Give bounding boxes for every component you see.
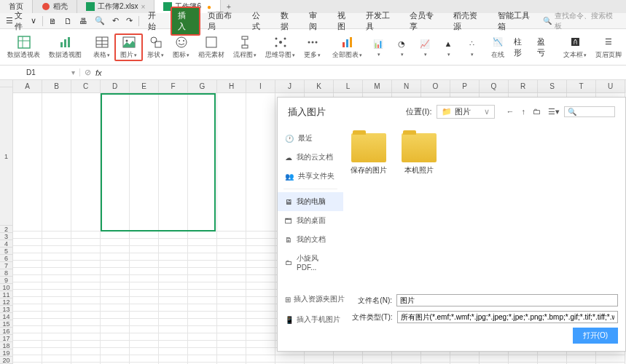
cell[interactable] — [275, 355, 305, 363]
row-header[interactable]: 14 — [0, 313, 13, 320]
cell[interactable] — [188, 290, 217, 297]
cell[interactable] — [159, 355, 188, 363]
cell[interactable] — [246, 232, 275, 239]
insert-resource-pic[interactable]: ⊞插入资源夹图片 — [285, 294, 345, 304]
cell[interactable] — [101, 341, 130, 348]
cell[interactable] — [101, 268, 130, 275]
sb-pdf[interactable]: 🗀小旋风PDF... — [278, 249, 343, 276]
cell[interactable] — [130, 304, 159, 312]
cell[interactable] — [159, 246, 188, 253]
col-header[interactable]: K — [305, 80, 334, 93]
cell[interactable] — [13, 355, 42, 363]
cell[interactable] — [538, 355, 567, 363]
filename-input[interactable] — [396, 294, 618, 306]
qa-print[interactable]: 🖶 — [77, 15, 90, 27]
ribbon-spark-col[interactable]: 柱形 — [509, 40, 533, 55]
ribbon-shape[interactable]: 形状▾ — [143, 35, 168, 60]
cell[interactable] — [246, 261, 275, 268]
col-header[interactable]: H — [217, 80, 246, 93]
qa-new[interactable]: 🗋 — [61, 15, 75, 27]
cell[interactable] — [71, 275, 101, 282]
cell[interactable] — [246, 93, 275, 232]
cell[interactable] — [334, 355, 363, 363]
ribbon-chart-line[interactable]: 📈▾ — [413, 36, 437, 58]
row-header[interactable]: 15 — [0, 320, 13, 328]
cell[interactable] — [217, 304, 246, 312]
cell[interactable] — [188, 333, 217, 341]
cell[interactable] — [101, 304, 130, 312]
cell[interactable] — [217, 93, 246, 232]
cell[interactable] — [42, 239, 71, 246]
row-header[interactable]: 17 — [0, 335, 13, 342]
ribbon-chart-scatter[interactable]: ∴▾ — [460, 36, 483, 58]
row-header[interactable]: 7 — [0, 262, 13, 269]
ribbon-pivot-chart[interactable]: 数据透视图 — [44, 35, 86, 60]
cell[interactable] — [71, 326, 101, 333]
sb-desktop[interactable]: 🗔我的桌面 — [278, 211, 343, 230]
cell[interactable] — [130, 355, 159, 363]
cell[interactable] — [217, 268, 246, 275]
cell[interactable] — [159, 348, 188, 355]
fx-cancel[interactable]: ⊘ — [85, 68, 91, 77]
ribbon-mindmap[interactable]: 思维导图▾ — [261, 35, 300, 60]
cell[interactable] — [596, 355, 625, 363]
cell[interactable] — [188, 275, 217, 282]
cell[interactable] — [42, 282, 71, 290]
sb-recent[interactable]: 🕐最近 — [278, 129, 343, 148]
col-header[interactable]: U — [596, 80, 625, 93]
cell[interactable] — [42, 246, 71, 253]
cell[interactable] — [246, 290, 275, 297]
cell[interactable] — [101, 239, 130, 246]
ribbon-picture[interactable]: 图片▾ — [114, 33, 143, 61]
cell[interactable] — [130, 93, 159, 232]
cell[interactable] — [13, 261, 42, 268]
col-header[interactable]: E — [130, 80, 159, 93]
cell[interactable] — [13, 275, 42, 282]
cell[interactable] — [217, 290, 246, 297]
cell[interactable] — [42, 297, 71, 304]
cell[interactable] — [159, 333, 188, 341]
menu-formula[interactable]: 公式 — [246, 8, 273, 34]
cell[interactable] — [159, 261, 188, 268]
col-header[interactable]: R — [509, 80, 538, 93]
ribbon-chart-bar[interactable]: 📊▾ — [367, 36, 390, 58]
cell[interactable] — [13, 232, 42, 239]
cell[interactable] — [42, 93, 71, 232]
cell[interactable] — [13, 304, 42, 312]
cell[interactable] — [101, 246, 130, 253]
cell[interactable] — [130, 312, 159, 319]
cell[interactable] — [217, 333, 246, 341]
row-header[interactable]: 10 — [0, 284, 13, 291]
cell[interactable] — [130, 239, 159, 246]
cell[interactable] — [101, 232, 130, 239]
formula-bar[interactable] — [106, 67, 622, 78]
filetype-input[interactable] — [397, 311, 618, 323]
row-header[interactable]: 20 — [0, 357, 13, 364]
qa-preview[interactable]: 🔍 — [92, 15, 108, 27]
cell[interactable] — [13, 239, 42, 246]
ribbon-more[interactable]: 更多▾ — [300, 35, 325, 60]
cell[interactable] — [217, 355, 246, 363]
cell[interactable] — [101, 333, 130, 341]
ribbon-pivot-table[interactable]: 数据透视表 — [3, 35, 44, 60]
cell[interactable] — [217, 275, 246, 282]
row-header[interactable]: 16 — [0, 328, 13, 335]
cell[interactable] — [217, 341, 246, 348]
cell[interactable] — [159, 232, 188, 239]
cell[interactable] — [130, 253, 159, 261]
cell[interactable] — [101, 275, 130, 282]
qa-redo[interactable]: ↷ — [123, 15, 136, 27]
cell[interactable] — [217, 261, 246, 268]
cell[interactable] — [42, 290, 71, 297]
col-header[interactable]: F — [159, 80, 188, 93]
menu-smart-tools[interactable]: 智能工具箱 — [492, 8, 542, 34]
row-header[interactable]: 2 — [0, 226, 13, 233]
cell[interactable] — [71, 93, 101, 232]
cell[interactable] — [130, 326, 159, 333]
cell[interactable] — [13, 333, 42, 341]
cell[interactable] — [71, 268, 101, 275]
folder-local-photos[interactable]: 本机照片 — [402, 133, 437, 175]
cell[interactable] — [246, 246, 275, 253]
menu-view[interactable]: 视图 — [332, 8, 359, 34]
cell[interactable] — [130, 297, 159, 304]
